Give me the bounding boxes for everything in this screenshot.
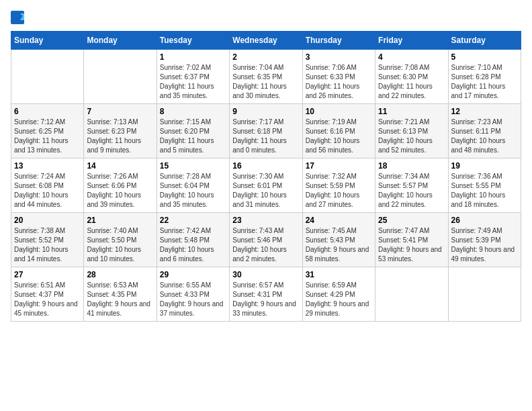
calendar-day-cell: 4Sunrise: 7:08 AMSunset: 6:30 PMDaylight… (375, 50, 448, 104)
day-detail: Sunrise: 6:57 AMSunset: 4:31 PMDaylight:… (232, 281, 299, 318)
calendar-day-cell: 9Sunrise: 7:17 AMSunset: 6:18 PMDaylight… (230, 104, 302, 158)
calendar-day-cell (11, 50, 84, 104)
day-number: 29 (160, 270, 226, 279)
logo-icon (11, 11, 26, 26)
weekday-header-cell: Tuesday (157, 32, 229, 50)
day-detail: Sunrise: 7:28 AMSunset: 6:04 PMDaylight:… (160, 172, 226, 210)
calendar-day-cell: 29Sunrise: 6:55 AMSunset: 4:33 PMDayligh… (157, 267, 229, 322)
day-detail: Sunrise: 7:08 AMSunset: 6:30 PMDaylight:… (378, 63, 445, 101)
day-number: 15 (160, 161, 226, 171)
calendar-day-cell (448, 267, 521, 322)
day-detail: Sunrise: 6:53 AMSunset: 4:35 PMDaylight:… (87, 281, 153, 318)
day-detail: Sunrise: 7:32 AMSunset: 5:59 PMDaylight:… (306, 172, 372, 210)
calendar-day-cell: 16Sunrise: 7:30 AMSunset: 6:01 PMDayligh… (230, 158, 302, 213)
day-detail: Sunrise: 7:45 AMSunset: 5:43 PMDaylight:… (306, 226, 372, 264)
calendar-day-cell: 3Sunrise: 7:06 AMSunset: 6:33 PMDaylight… (302, 50, 375, 104)
calendar-day-cell: 21Sunrise: 7:40 AMSunset: 5:50 PMDayligh… (84, 213, 157, 267)
weekday-header-cell: Saturday (448, 32, 521, 50)
calendar-week-row: 20Sunrise: 7:38 AMSunset: 5:52 PMDayligh… (11, 213, 521, 267)
day-detail: Sunrise: 7:38 AMSunset: 5:52 PMDaylight:… (14, 226, 81, 264)
weekday-header-row: SundayMondayTuesdayWednesdayThursdayFrid… (11, 32, 521, 50)
day-number: 11 (378, 107, 445, 116)
calendar-day-cell: 17Sunrise: 7:32 AMSunset: 5:59 PMDayligh… (302, 158, 375, 213)
day-detail: Sunrise: 7:12 AMSunset: 6:25 PMDaylight:… (14, 118, 81, 155)
calendar-day-cell: 19Sunrise: 7:36 AMSunset: 5:55 PMDayligh… (448, 158, 521, 213)
calendar-day-cell: 22Sunrise: 7:42 AMSunset: 5:48 PMDayligh… (157, 213, 229, 267)
calendar-day-cell: 23Sunrise: 7:43 AMSunset: 5:46 PMDayligh… (230, 213, 302, 267)
day-detail: Sunrise: 7:24 AMSunset: 6:08 PMDaylight:… (14, 172, 81, 210)
day-number: 9 (232, 107, 299, 116)
calendar-day-cell: 14Sunrise: 7:26 AMSunset: 6:06 PMDayligh… (84, 158, 157, 213)
day-number: 30 (232, 270, 299, 279)
day-detail: Sunrise: 7:10 AMSunset: 6:28 PMDaylight:… (451, 63, 518, 101)
day-detail: Sunrise: 7:26 AMSunset: 6:06 PMDaylight:… (87, 172, 153, 210)
day-detail: Sunrise: 7:23 AMSunset: 6:11 PMDaylight:… (451, 118, 518, 155)
day-number: 6 (14, 107, 81, 116)
calendar-day-cell: 15Sunrise: 7:28 AMSunset: 6:04 PMDayligh… (157, 158, 229, 213)
calendar: SundayMondayTuesdayWednesdayThursdayFrid… (11, 31, 521, 322)
day-number: 13 (14, 161, 81, 171)
day-number: 4 (378, 52, 445, 62)
day-number: 10 (306, 107, 372, 116)
day-detail: Sunrise: 6:59 AMSunset: 4:29 PMDaylight:… (306, 281, 372, 318)
day-number: 20 (14, 216, 81, 225)
calendar-week-row: 6Sunrise: 7:12 AMSunset: 6:25 PMDaylight… (11, 104, 521, 158)
day-number: 26 (451, 216, 518, 225)
logo (11, 11, 28, 26)
calendar-day-cell: 28Sunrise: 6:53 AMSunset: 4:35 PMDayligh… (84, 267, 157, 322)
calendar-day-cell: 31Sunrise: 6:59 AMSunset: 4:29 PMDayligh… (302, 267, 375, 322)
day-number: 5 (451, 52, 518, 62)
day-number: 23 (232, 216, 299, 225)
weekday-header-cell: Sunday (11, 32, 84, 50)
day-detail: Sunrise: 7:30 AMSunset: 6:01 PMDaylight:… (232, 172, 299, 210)
day-number: 28 (87, 270, 153, 279)
calendar-day-cell: 11Sunrise: 7:21 AMSunset: 6:13 PMDayligh… (375, 104, 448, 158)
day-number: 8 (160, 107, 226, 116)
day-number: 27 (14, 270, 81, 279)
calendar-day-cell (375, 267, 448, 322)
day-detail: Sunrise: 7:21 AMSunset: 6:13 PMDaylight:… (378, 118, 445, 155)
calendar-week-row: 27Sunrise: 6:51 AMSunset: 4:37 PMDayligh… (11, 267, 521, 322)
weekday-header-cell: Monday (84, 32, 157, 50)
weekday-header-cell: Wednesday (230, 32, 302, 50)
day-detail: Sunrise: 7:13 AMSunset: 6:23 PMDaylight:… (87, 118, 153, 155)
day-detail: Sunrise: 7:36 AMSunset: 5:55 PMDaylight:… (451, 172, 518, 210)
calendar-week-row: 1Sunrise: 7:02 AMSunset: 6:37 PMDaylight… (11, 50, 521, 104)
calendar-day-cell: 18Sunrise: 7:34 AMSunset: 5:57 PMDayligh… (375, 158, 448, 213)
day-number: 1 (160, 52, 226, 62)
day-number: 18 (378, 161, 445, 171)
day-number: 3 (306, 52, 372, 62)
day-number: 14 (87, 161, 153, 171)
calendar-day-cell: 12Sunrise: 7:23 AMSunset: 6:11 PMDayligh… (448, 104, 521, 158)
day-detail: Sunrise: 7:47 AMSunset: 5:41 PMDaylight:… (378, 226, 445, 264)
day-detail: Sunrise: 6:51 AMSunset: 4:37 PMDaylight:… (14, 281, 81, 318)
day-number: 31 (306, 270, 372, 279)
calendar-day-cell: 26Sunrise: 7:49 AMSunset: 5:39 PMDayligh… (448, 213, 521, 267)
day-number: 2 (232, 52, 299, 62)
calendar-day-cell: 2Sunrise: 7:04 AMSunset: 6:35 PMDaylight… (230, 50, 302, 104)
day-detail: Sunrise: 7:49 AMSunset: 5:39 PMDaylight:… (451, 226, 518, 264)
calendar-day-cell: 13Sunrise: 7:24 AMSunset: 6:08 PMDayligh… (11, 158, 84, 213)
calendar-day-cell: 25Sunrise: 7:47 AMSunset: 5:41 PMDayligh… (375, 213, 448, 267)
day-detail: Sunrise: 7:06 AMSunset: 6:33 PMDaylight:… (306, 63, 372, 101)
day-detail: Sunrise: 7:34 AMSunset: 5:57 PMDaylight:… (378, 172, 445, 210)
day-detail: Sunrise: 7:02 AMSunset: 6:37 PMDaylight:… (160, 63, 226, 101)
calendar-day-cell: 8Sunrise: 7:15 AMSunset: 6:20 PMDaylight… (157, 104, 229, 158)
calendar-day-cell (84, 50, 157, 104)
day-detail: Sunrise: 7:19 AMSunset: 6:16 PMDaylight:… (306, 118, 372, 155)
day-number: 21 (87, 216, 153, 225)
calendar-day-cell: 5Sunrise: 7:10 AMSunset: 6:28 PMDaylight… (448, 50, 521, 104)
day-number: 17 (306, 161, 372, 171)
day-detail: Sunrise: 7:40 AMSunset: 5:50 PMDaylight:… (87, 226, 153, 264)
day-detail: Sunrise: 7:17 AMSunset: 6:18 PMDaylight:… (232, 118, 299, 155)
calendar-body: 1Sunrise: 7:02 AMSunset: 6:37 PMDaylight… (11, 50, 521, 322)
day-detail: Sunrise: 7:15 AMSunset: 6:20 PMDaylight:… (160, 118, 226, 155)
day-detail: Sunrise: 7:42 AMSunset: 5:48 PMDaylight:… (160, 226, 226, 264)
day-detail: Sunrise: 7:04 AMSunset: 6:35 PMDaylight:… (232, 63, 299, 101)
day-number: 12 (451, 107, 518, 116)
calendar-day-cell: 24Sunrise: 7:45 AMSunset: 5:43 PMDayligh… (302, 213, 375, 267)
day-number: 25 (378, 216, 445, 225)
day-number: 24 (306, 216, 372, 225)
calendar-day-cell: 6Sunrise: 7:12 AMSunset: 6:25 PMDaylight… (11, 104, 84, 158)
day-number: 7 (87, 107, 153, 116)
